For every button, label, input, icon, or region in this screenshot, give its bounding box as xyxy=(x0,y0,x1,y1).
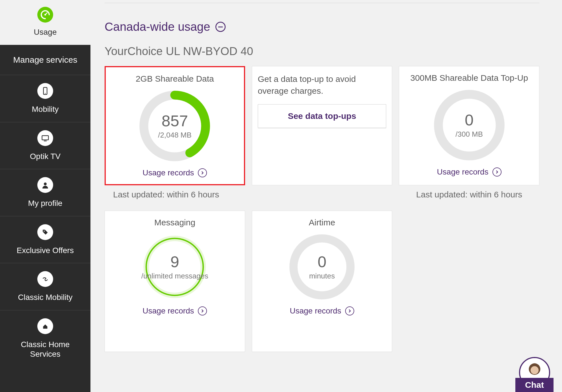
cards-row-1: 2GB Shareable Data 857 /2,048 MB Usage r… xyxy=(105,66,539,185)
sidebar-item-label: Exclusive Offers xyxy=(17,246,74,255)
svg-point-3 xyxy=(45,93,46,94)
sidebar-manage-title: Manage services xyxy=(0,45,90,75)
sidebar-item-classic-mobility[interactable]: Classic Mobility xyxy=(0,263,90,310)
person-icon xyxy=(37,177,53,193)
sidebar-item-optik-tv[interactable]: Optik TV xyxy=(0,122,90,169)
sidebar-item-my-profile[interactable]: My profile xyxy=(0,169,90,216)
donut-chart-messaging: 9 /unlimited messages xyxy=(141,233,209,301)
card-title: Airtime xyxy=(309,218,335,227)
tv-icon xyxy=(37,130,53,146)
sidebar-item-exclusive-offers[interactable]: Exclusive Offers xyxy=(0,216,90,263)
tag-icon xyxy=(37,224,53,240)
section-title: Canada-wide usage xyxy=(105,20,210,34)
gauge-icon xyxy=(37,7,53,23)
cards-row-2: Messaging 9 /unlimited messages Usage re… xyxy=(105,211,539,352)
chevron-right-icon xyxy=(345,306,354,315)
donut-value: 9 xyxy=(170,254,179,270)
sidebar-item-usage[interactable]: Usage xyxy=(0,0,90,45)
phone-icon xyxy=(37,83,53,99)
usage-records-link[interactable]: Usage records xyxy=(142,168,207,177)
donut-chart-airtime: 0 minutes xyxy=(288,233,356,301)
usage-records-label: Usage records xyxy=(142,306,194,315)
usage-records-label: Usage records xyxy=(142,168,194,177)
usage-records-link[interactable]: Usage records xyxy=(437,167,502,177)
usage-records-link[interactable]: Usage records xyxy=(142,306,207,315)
sidebar-item-mobility[interactable]: Mobility xyxy=(0,75,90,122)
usage-records-label: Usage records xyxy=(437,167,488,177)
card-airtime: Airtime 0 minutes Usage records xyxy=(252,211,392,352)
sidebar-item-label: Classic Mobility xyxy=(18,293,73,302)
plan-title: YourChoice UL NW-BYOD 40 xyxy=(105,45,539,58)
sidebar-item-label: Optik TV xyxy=(30,152,60,161)
last-updated-right: Last updated: within 6 hours xyxy=(399,190,539,199)
sidebar-item-label: Classic Home Services xyxy=(6,340,85,359)
topup-text: Get a data top-up to avoid overage charg… xyxy=(258,73,386,97)
see-data-topups-button[interactable]: See data top-ups xyxy=(258,104,386,128)
main-content: Canada-wide usage YourChoice UL NW-BYOD … xyxy=(90,0,562,392)
card-300mb-topup: 300MB Shareable Data Top-Up 0 /300 MB Us… xyxy=(399,66,539,185)
donut-total: /300 MB xyxy=(455,130,483,138)
donut-chart-topup: 0 /300 MB xyxy=(433,88,506,162)
svg-line-1 xyxy=(45,13,47,15)
collapse-toggle-icon[interactable] xyxy=(215,22,226,32)
chevron-right-icon xyxy=(492,167,502,177)
sidebar: Usage Manage services Mobility Optik TV … xyxy=(0,0,90,392)
chevron-right-icon xyxy=(198,306,207,315)
section-title-row: Canada-wide usage xyxy=(105,20,539,34)
donut-sub: minutes xyxy=(309,272,335,280)
donut-value: 0 xyxy=(317,254,326,270)
card-title: 300MB Shareable Data Top-Up xyxy=(410,73,528,83)
svg-point-7 xyxy=(44,182,47,185)
card-2gb-shareable-data: 2GB Shareable Data 857 /2,048 MB Usage r… xyxy=(105,66,245,185)
svg-point-9 xyxy=(44,230,45,232)
last-updated-left: Last updated: within 6 hours xyxy=(105,190,245,199)
card-data-topup-promo: Get a data top-up to avoid overage charg… xyxy=(252,66,392,185)
svg-rect-4 xyxy=(42,136,49,140)
donut-chart-data: 857 /2,048 MB xyxy=(138,89,211,163)
donut-value: 857 xyxy=(162,113,188,129)
donut-total: /2,048 MB xyxy=(158,131,192,139)
svg-point-20 xyxy=(530,366,539,374)
usage-records-link[interactable]: Usage records xyxy=(290,306,354,315)
chevron-right-icon xyxy=(198,168,207,177)
divider xyxy=(105,3,539,3)
donut-sub: /unlimited messages xyxy=(141,272,208,280)
sidebar-usage-label: Usage xyxy=(34,28,57,37)
usage-records-label: Usage records xyxy=(290,306,341,315)
chat-widget[interactable]: Chat xyxy=(515,357,554,392)
donut-value: 0 xyxy=(465,112,474,128)
sidebar-item-classic-home-services[interactable]: Classic Home Services xyxy=(0,310,90,367)
updated-row: Last updated: within 6 hours Last update… xyxy=(105,190,539,199)
chat-label: Chat xyxy=(515,378,554,392)
home-icon xyxy=(37,318,53,334)
card-messaging: Messaging 9 /unlimited messages Usage re… xyxy=(105,211,245,352)
sidebar-item-label: Mobility xyxy=(32,104,59,114)
script-t-icon xyxy=(37,271,53,287)
sidebar-item-label: My profile xyxy=(28,199,62,208)
card-title: Messaging xyxy=(154,218,195,227)
card-title: 2GB Shareable Data xyxy=(136,74,214,84)
